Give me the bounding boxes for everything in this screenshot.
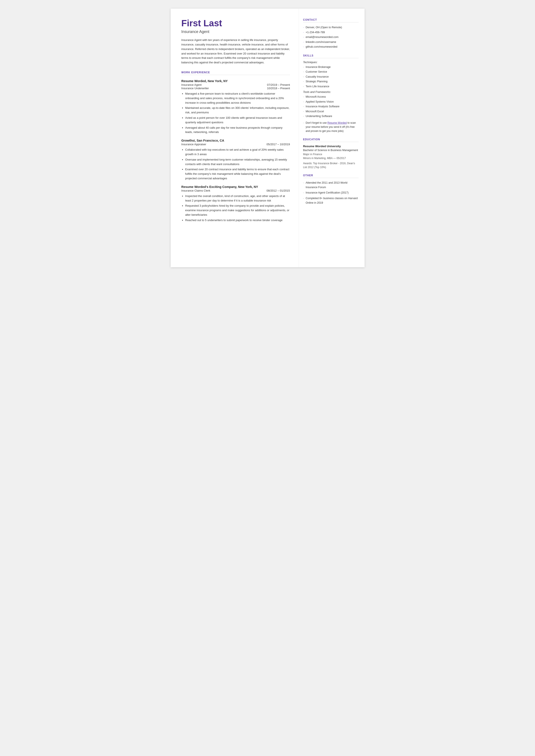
bullet-item: Averaged about 40 calls per day for new …	[185, 126, 290, 135]
tool-item: Insurance Analysis Software	[303, 104, 358, 109]
tool-item: Microsoft Excel	[303, 109, 358, 114]
job-1-bullets: Managed a five-person team to restructur…	[185, 92, 290, 134]
education-section: EDUCATION Resume Worded University Bache…	[303, 138, 358, 169]
job-2-bullets: Collaborated with top executives to set …	[185, 148, 290, 181]
work-experience-section: Resume Worded, New York, NY Insurance Ag…	[182, 79, 290, 223]
role-title-3a: Insurance Claims Clerk	[182, 189, 210, 192]
other-title: OTHER	[303, 174, 358, 178]
candidate-name: First Last	[182, 18, 290, 28]
date-2a: 05/2017 – 10/2019	[267, 143, 290, 146]
date-1b: 10/2018 – Present	[267, 87, 290, 90]
edu-school-1: Resume Worded University	[303, 145, 358, 148]
role-title-1b: Insurance Underwriter	[182, 87, 209, 90]
role-title-1a: Insurance Agent	[182, 83, 202, 86]
tool-item: Microsoft Access	[303, 95, 358, 99]
bullet-item: Requested 3 policyholders hired by the c…	[185, 204, 290, 217]
candidate-title: Insurance Agent	[182, 30, 290, 34]
skill-item: Insurance Brokerage	[303, 65, 358, 70]
bullet-item: Reached out to 5 underwriters to submit …	[185, 218, 290, 223]
skills-section: SKILLS Techniques: Insurance Brokerage C…	[303, 54, 358, 133]
edu-detail-1a: Major in Finance	[303, 153, 358, 156]
skill-item: Casualty Insurance	[303, 74, 358, 79]
promo-text-before: Don't forget to use	[306, 121, 327, 124]
bullet-item: Acted as a point person for over 100 cli…	[185, 116, 290, 125]
other-item: Completed 8+ business classes on Harvard…	[303, 196, 358, 205]
contact-list: Denver, OH (Open to Remote) +1-234-456-7…	[303, 25, 358, 49]
work-experience-title: WORK EXPERIENCE	[182, 71, 290, 75]
skills-title: SKILLS	[303, 54, 358, 58]
bullet-item: Maintained accurate, up-to-date files on…	[185, 106, 290, 115]
date-1a: 07/2019 – Present	[267, 83, 290, 86]
company-2: Growthsi, San Francisco, CA	[182, 139, 290, 142]
contact-section: CONTACT Denver, OH (Open to Remote) +1-2…	[303, 18, 358, 49]
edu-entry-1: Resume Worded University Bachelor of Sci…	[303, 145, 358, 169]
promo-link[interactable]: Resume Worded	[327, 121, 347, 124]
role-title-2a: Insurance Appraiser	[182, 143, 207, 146]
bullet-item: Collaborated with top executives to set …	[185, 148, 290, 157]
other-item: Insurance Agent Certification (2017)	[303, 190, 358, 195]
bullet-item: Inspected the overall condition, kind of…	[185, 194, 290, 203]
role-date-row-2a: Insurance Appraiser 05/2017 – 10/2019	[182, 143, 290, 146]
role-date-row-1a: Insurance Agent 07/2019 – Present	[182, 83, 290, 86]
role-date-row-3a: Insurance Claims Clerk 08/2012 – 01/2015	[182, 189, 290, 192]
contact-title: CONTACT	[303, 18, 358, 22]
tools-list: Microsoft Access Applied Systems Vision …	[303, 95, 358, 119]
education-title: EDUCATION	[303, 138, 358, 142]
bullet-item: Oversaw and implemented long-term custom…	[185, 157, 290, 167]
contact-item: Denver, OH (Open to Remote)	[303, 25, 358, 30]
tool-item: Underwriting Software	[303, 114, 358, 119]
bullet-item: Managed a five-person team to restructur…	[185, 92, 290, 105]
candidate-summary: Insurance Agent with ten years of experi…	[182, 38, 290, 65]
techniques-list: Insurance Brokerage Customer Service Cas…	[303, 65, 358, 89]
company-3: Resume Worded's Exciting Company, New Yo…	[182, 185, 290, 188]
tools-label: Tools and Frameworks:	[303, 91, 358, 94]
contact-item: email@resumeworded.com	[303, 35, 358, 40]
edu-awards-1: Awards: Top Insurance Broker - 2016, Dea…	[303, 161, 358, 169]
company-1: Resume Worded, New York, NY	[182, 79, 290, 83]
right-column: CONTACT Denver, OH (Open to Remote) +1-2…	[299, 9, 365, 267]
resume-document: First Last Insurance Agent Insurance Age…	[171, 9, 365, 267]
left-column: First Last Insurance Agent Insurance Age…	[171, 9, 299, 267]
promo-blurb: Don't forget to use Resume Worded to sca…	[303, 121, 358, 133]
bullet-item: Examined over 20 contract insurance and …	[185, 167, 290, 181]
contact-item: github.com/resumeworded	[303, 44, 358, 49]
skill-item: Customer Service	[303, 70, 358, 74]
contact-item: linkedin.com/in/username	[303, 40, 358, 44]
other-section: OTHER Attended the 2011 and 2013 World I…	[303, 174, 358, 205]
other-item: Attended the 2011 and 2013 World Insuran…	[303, 181, 358, 190]
edu-detail-1b: Minors in Marketing, MBA — 05/2017	[303, 156, 358, 160]
other-list: Attended the 2011 and 2013 World Insuran…	[303, 181, 358, 205]
techniques-label: Techniques:	[303, 61, 358, 64]
job-3-bullets: Inspected the overall condition, kind of…	[185, 194, 290, 223]
skill-item: Strategic Planning	[303, 79, 358, 84]
edu-degree-1: Bachelor of Science in Business Manageme…	[303, 148, 358, 153]
skill-item: Term Life Insurance	[303, 84, 358, 89]
role-date-row-1b: Insurance Underwriter 10/2018 – Present	[182, 87, 290, 90]
date-3a: 08/2012 – 01/2015	[267, 189, 290, 192]
tool-item: Applied Systems Vision	[303, 99, 358, 104]
contact-item: +1-234-456-789	[303, 30, 358, 35]
